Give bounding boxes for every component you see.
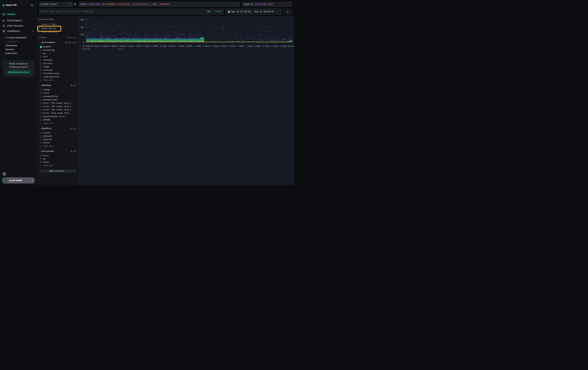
svg-text:6:00am: 6:00am	[220, 45, 227, 48]
svg-text:3:00am: 3:00am	[168, 45, 175, 48]
svg-text:8:30am: 8:30am	[262, 45, 269, 48]
svg-text:1:30am: 1:30am	[143, 45, 150, 48]
svg-text:5:30am: 5:30am	[211, 45, 218, 48]
svg-text:200: 200	[81, 34, 84, 36]
svg-text:3:30am: 3:30am	[177, 45, 184, 48]
svg-text:2:00am: 2:00am	[151, 45, 158, 48]
svg-text:7:30am: 7:30am	[245, 45, 252, 48]
svg-text:6:30am: 6:30am	[228, 45, 235, 48]
svg-text:0: 0	[83, 41, 84, 44]
svg-text:1:00am: 1:00am	[134, 45, 141, 48]
svg-text:5:00am: 5:00am	[202, 45, 210, 48]
svg-text:4:30am: 4:30am	[194, 45, 201, 48]
svg-text:11:00pm: 11:00pm	[99, 45, 107, 48]
svg-text:12:00am: 12:00am	[116, 45, 125, 48]
svg-text:12:30am: 12:30am	[125, 45, 133, 48]
svg-text:11:30pm: 11:30pm	[108, 45, 116, 48]
svg-text:10:00pm: 10:00pm	[82, 45, 90, 48]
svg-text:9/15: 9/15	[118, 48, 123, 50]
svg-text:7:00am: 7:00am	[237, 45, 244, 48]
svg-text:400: 400	[81, 26, 84, 29]
svg-text:9/14/25: 9/14/25	[82, 48, 90, 50]
svg-text:600: 600	[81, 19, 84, 21]
svg-text:8:00am: 8:00am	[254, 45, 261, 48]
svg-text:10:00am: 10:00am	[288, 45, 294, 48]
svg-text:9:30am: 9:30am	[280, 45, 286, 48]
svg-text:10:30pm: 10:30pm	[91, 45, 99, 48]
svg-text:4:00am: 4:00am	[186, 45, 192, 48]
svg-text:9:00am: 9:00am	[271, 45, 278, 48]
svg-text:2:30am: 2:30am	[160, 45, 167, 48]
